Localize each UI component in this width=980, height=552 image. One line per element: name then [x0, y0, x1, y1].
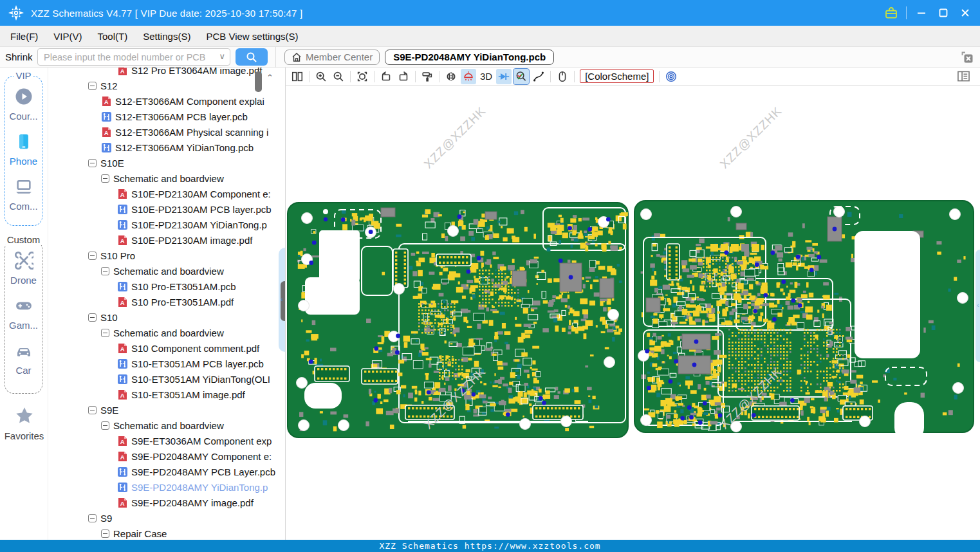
tree-expander-icon[interactable]: [88, 406, 97, 414]
close-tab-icon[interactable]: [959, 50, 975, 65]
sidebar-item-favorites[interactable]: Favorites: [0, 405, 48, 441]
tree-expander-icon[interactable]: [101, 267, 109, 275]
menu-item-1[interactable]: File(F): [3, 26, 46, 46]
pcb-file-icon: [117, 204, 128, 215]
minimize-button[interactable]: [911, 0, 932, 26]
tree-row-label: S10-ET3051AM image.pdf: [131, 389, 245, 400]
mouse-icon[interactable]: [555, 69, 570, 84]
tree-row-label: Repair Case: [113, 528, 167, 539]
mirror-flip-icon[interactable]: [443, 69, 459, 84]
tree-row[interactable]: AS10E-PD2130AM Component e:: [48, 186, 285, 201]
splitter-collapse-icon[interactable]: ‹: [281, 295, 283, 303]
tree-row[interactable]: S10-ET3051AM PCB layer.pcb: [48, 356, 285, 371]
zoom-in-icon[interactable]: [313, 69, 329, 84]
tree-row[interactable]: Repair Case: [48, 526, 285, 541]
menu-item-2[interactable]: VIP(V): [46, 26, 89, 46]
shrink-button[interactable]: Shrink: [5, 51, 36, 62]
sidebar-item-car[interactable]: Car: [5, 341, 42, 376]
tree-row-label: S10 Pro-ET3051AM.pdf: [131, 297, 234, 308]
colorscheme-button[interactable]: [ColorScheme]: [580, 69, 654, 83]
right-panel-splitter[interactable]: ‹: [975, 250, 980, 362]
tree-row[interactable]: S10 Pro-ET3051AM.pcb: [48, 279, 285, 294]
briefcase-icon[interactable]: [880, 0, 902, 26]
pcb-file-icon: [117, 281, 128, 292]
curve-icon[interactable]: [531, 69, 546, 84]
sidebar-item-cour[interactable]: Cour...: [5, 87, 42, 122]
tree-expander-icon[interactable]: [88, 159, 97, 167]
tree-row[interactable]: S12-ET3066AM YiDianTong.pcb: [48, 140, 285, 155]
tree-row[interactable]: AS10 Pro-ET3051AM.pdf: [48, 294, 285, 309]
fit-view-icon[interactable]: [355, 69, 370, 84]
tree-scroll-up-icon[interactable]: ⌃: [266, 73, 273, 82]
tree-row[interactable]: S10-ET3051AM YiDianTong(OLI: [48, 371, 285, 387]
sidebar-item-drone[interactable]: Drone: [5, 251, 42, 286]
tree-row[interactable]: AS12 Pro ET3064AM image.pdf: [48, 68, 285, 78]
close-button[interactable]: [954, 0, 976, 26]
search-button[interactable]: [236, 48, 268, 66]
menu-item-5[interactable]: PCB View settings(S): [198, 26, 306, 46]
target-icon[interactable]: [663, 69, 679, 84]
split-view-icon[interactable]: [290, 69, 305, 84]
tree-row[interactable]: S9E-PD2048AMY YiDianTong.p: [48, 479, 285, 495]
tree-expander-icon[interactable]: [101, 529, 109, 538]
sidebar-item-com[interactable]: Com...: [5, 177, 42, 212]
tree-row[interactable]: Schematic and boardview: [48, 263, 285, 279]
tree-row[interactable]: S12: [48, 78, 285, 93]
tree-row[interactable]: S12-ET3066AM PCB layer.pcb: [48, 109, 285, 124]
zoom-out-icon[interactable]: [331, 69, 346, 84]
tree-row[interactable]: Schematic and boardview: [48, 418, 285, 433]
right-splitter-collapse-icon[interactable]: ‹: [977, 301, 979, 309]
rotate-right-icon[interactable]: [396, 69, 411, 84]
tree-expander-icon[interactable]: [88, 313, 97, 322]
tree-row[interactable]: S10: [48, 309, 285, 325]
rotate-left-icon[interactable]: [378, 69, 394, 84]
pcb-board: [634, 201, 974, 441]
tree-row[interactable]: S9E: [48, 402, 285, 418]
input-dropdown-caret-icon[interactable]: ∨: [219, 51, 225, 61]
tree-row[interactable]: S9: [48, 510, 285, 526]
tree-row[interactable]: AS9E-PD2048AMY image.pdf: [48, 495, 285, 510]
lamp-icon[interactable]: [461, 69, 476, 84]
maximize-button[interactable]: [932, 0, 954, 26]
sidebar-group-custom: CustomDroneGam...Car: [5, 240, 42, 394]
pcb-canvas[interactable]: ‹ XZZ@XZZHKXZZ@XZZHKXZZ@XZZHKXZZ@XZZHK: [286, 86, 980, 552]
tree-expander-icon[interactable]: [88, 82, 97, 90]
menu-item-3[interactable]: Tool(T): [90, 26, 136, 46]
panel-splitter[interactable]: ‹: [279, 248, 285, 352]
sidebar-item-gam[interactable]: Gam...: [5, 296, 42, 331]
pdf-file-icon: A: [117, 297, 128, 308]
tree-row[interactable]: Schematic and boardview: [48, 170, 285, 186]
measure-pen-icon[interactable]: [513, 69, 529, 84]
tree-row[interactable]: AS12-ET3066AM Physical scanning i: [48, 124, 285, 140]
tree-row[interactable]: S10E-PD2130AM PCB layer.pcb: [48, 201, 285, 217]
tree-row[interactable]: S10E-PD2130AM YiDianTong.p: [48, 217, 285, 232]
tree-expander-icon[interactable]: [101, 421, 109, 430]
tree-row[interactable]: S10 Pro: [48, 248, 285, 263]
tree-expander-icon[interactable]: [88, 514, 97, 522]
tree-row[interactable]: AS9E-PD2048AMY Component e:: [48, 448, 285, 464]
tree-row[interactable]: AS10E-PD2130AM image.pdf: [48, 232, 285, 248]
panel-toggle-icon[interactable]: [956, 69, 971, 84]
3d-label[interactable]: 3D: [478, 71, 494, 82]
diode-icon[interactable]: [496, 69, 512, 84]
pdf-file-icon: A: [117, 343, 128, 354]
paint-roller-icon[interactable]: [420, 69, 435, 84]
tree-row[interactable]: AS10 Component comment.pdf: [48, 340, 285, 356]
model-search-input[interactable]: [37, 48, 230, 66]
active-pcb-tab[interactable]: S9E-PD2048AMY YiDianTong.pcb: [385, 50, 554, 65]
tree-row[interactable]: AS12-ET3066AM Component explai: [48, 93, 285, 109]
main-content: VIPCour...PhoneCom...CustomDroneGam...Ca…: [0, 68, 980, 552]
tree-row[interactable]: AS10-ET3051AM image.pdf: [48, 387, 285, 402]
tree-scrollbar-thumb[interactable]: [255, 71, 262, 92]
svg-text:A: A: [104, 129, 109, 136]
sidebar-item-phone[interactable]: Phone: [5, 132, 42, 167]
tree-expander-icon[interactable]: [88, 252, 97, 260]
menu-item-4[interactable]: Settings(S): [135, 26, 198, 46]
tree-row[interactable]: S10E: [48, 155, 285, 170]
tree-row[interactable]: Schematic and boardview: [48, 325, 285, 340]
tree-row[interactable]: S9E-PD2048AMY PCB Layer.pcb: [48, 464, 285, 479]
member-center-button[interactable]: Member Center: [284, 50, 380, 65]
tree-expander-icon[interactable]: [101, 174, 109, 183]
tree-expander-icon[interactable]: [101, 329, 109, 337]
tree-row[interactable]: AS9E-ET3036AM Component exp: [48, 433, 285, 448]
